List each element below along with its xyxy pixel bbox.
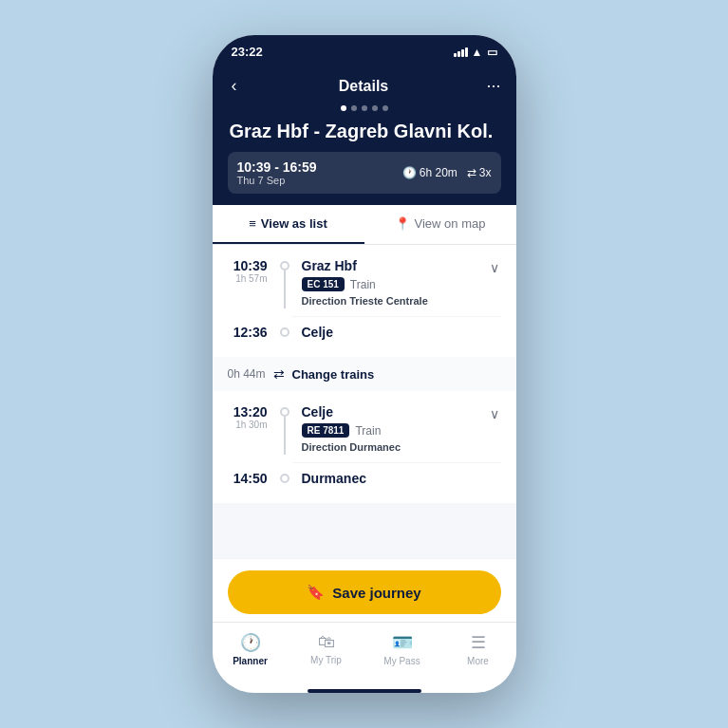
- departure-time-col-2: 13:20 1h 30m: [228, 404, 268, 430]
- arrival-station-info-2: Durmanec: [302, 471, 501, 490]
- divider-1: [292, 316, 501, 317]
- signal-icon: [454, 47, 468, 57]
- nav-planner[interactable]: 🕐 Planner: [213, 628, 289, 670]
- duration-stat: 🕐 6h 20m: [402, 166, 457, 179]
- planner-label: Planner: [233, 656, 268, 666]
- save-button-container: 🔖 Save journey: [213, 558, 516, 622]
- departure-time-2: 13:20: [228, 404, 268, 420]
- dot-5: [383, 105, 388, 111]
- arrival-station-info-1: Celje: [302, 325, 501, 344]
- train-row-top-1: Graz Hbf EC 151 Train Direction Trieste …: [302, 258, 501, 307]
- line-col-arrival-2: [277, 471, 292, 483]
- arrival-time-2: 14:50: [228, 471, 268, 486]
- segment-duration-2: 1h 30m: [228, 420, 268, 430]
- direction-label-2: Direction: [302, 441, 347, 453]
- nav-my-pass[interactable]: 🪪 My Pass: [364, 628, 440, 670]
- status-time: 23:22: [232, 45, 263, 59]
- departure-time-col: 10:39 1h 57m: [228, 258, 268, 284]
- segment-duration-1: 1h 57m: [228, 273, 268, 284]
- tab-map[interactable]: 📍 View on map: [364, 205, 516, 244]
- more-options-button[interactable]: ···: [486, 76, 500, 96]
- arrival-stop-1: 12:36 Celje: [228, 325, 501, 344]
- direction-value-1: Trieste Centrale: [349, 295, 428, 307]
- segment-1: 10:39 1h 57m Graz Hbf EC 151 Train: [213, 245, 516, 357]
- line-segment-2: [284, 417, 286, 455]
- content-area: ≡ View as list 📍 View on map 10:39 1h 57…: [213, 205, 516, 558]
- more-label: More: [467, 656, 489, 666]
- clock-icon: 🕐: [402, 166, 417, 179]
- direction-label-1: Direction: [302, 295, 347, 307]
- my-pass-icon: 🪪: [392, 632, 413, 653]
- home-indicator: [308, 689, 421, 693]
- header-title: Details: [339, 78, 388, 95]
- stop-details-2: Celje RE 7811 Train Direction Durmanec: [302, 404, 401, 453]
- planner-icon: 🕐: [240, 632, 261, 653]
- departure-stop-1: 10:39 1h 57m Graz Hbf EC 151 Train: [228, 258, 501, 308]
- tab-map-label: View on map: [415, 216, 486, 231]
- stop-details-1: Graz Hbf EC 151 Train Direction Trieste …: [302, 258, 428, 307]
- train-badge-1: EC 151: [302, 277, 345, 291]
- arrival-station-2: Durmanec: [302, 471, 501, 486]
- changes-icon: ⇄: [467, 166, 476, 179]
- line-col-1: [277, 258, 292, 308]
- route-time-range: 10:39 - 16:59: [237, 159, 317, 175]
- dot-1: [341, 105, 346, 111]
- train-type-1: Train: [350, 278, 376, 291]
- train-info-2: RE 7811 Train: [302, 423, 401, 438]
- route-title: Graz Hbf - Zagreb Glavni Kol.: [228, 121, 494, 142]
- arrival-time-col-1: 12:36: [228, 325, 268, 340]
- line-segment-1: [284, 271, 286, 308]
- status-icons: ▲ ▭: [454, 46, 497, 59]
- changes-stat: ⇄ 3x: [467, 166, 492, 179]
- save-icon: 🔖: [307, 584, 325, 601]
- departure-stop-2: 13:20 1h 30m Celje RE 7811 Train: [228, 404, 501, 455]
- arrival-stop-2: 14:50 Durmanec: [228, 471, 501, 490]
- route-stats: 🕐 6h 20m ⇄ 3x: [402, 166, 492, 179]
- bottom-nav: 🕐 Planner 🛍 My Trip 🪪 My Pass ☰ More: [213, 622, 516, 685]
- arrival-time-1: 12:36: [228, 325, 268, 340]
- direction-info-2: Direction Durmanec: [302, 441, 401, 453]
- stop-dot-arrival-2: [280, 474, 289, 483]
- tab-list[interactable]: ≡ View as list: [213, 205, 364, 244]
- stop-info-1: Graz Hbf EC 151 Train Direction Trieste …: [302, 258, 501, 307]
- save-journey-button[interactable]: 🔖 Save journey: [228, 570, 501, 614]
- line-col-arrival-1: [277, 325, 292, 337]
- dot-3: [362, 105, 367, 111]
- train-type-2: Train: [355, 424, 381, 438]
- direction-value-2: Durmanec: [349, 441, 401, 453]
- departure-station-2: Celje: [302, 404, 401, 420]
- route-time-date: 10:39 - 16:59 Thu 7 Sep: [237, 159, 317, 186]
- my-trip-icon: 🛍: [318, 632, 335, 652]
- my-trip-label: My Trip: [310, 655, 342, 665]
- more-icon: ☰: [471, 632, 486, 653]
- pagination-dots: [341, 105, 388, 111]
- stop-dot-2: [280, 407, 289, 417]
- nav-more[interactable]: ☰ More: [440, 628, 516, 670]
- header-nav: ‹ Details ···: [228, 72, 501, 100]
- expand-button-2[interactable]: ∨: [488, 404, 501, 423]
- save-label: Save journey: [332, 585, 420, 601]
- nav-my-trip[interactable]: 🛍 My Trip: [289, 628, 364, 670]
- header: ‹ Details ··· Graz Hbf - Zagreb Glavni K…: [213, 65, 516, 205]
- expand-button-1[interactable]: ∨: [488, 258, 501, 277]
- direction-info-1: Direction Trieste Centrale: [302, 295, 428, 307]
- divider-2: [292, 462, 501, 463]
- changes-value: 3x: [479, 166, 492, 179]
- battery-icon: ▭: [487, 46, 497, 59]
- departure-time-1: 10:39: [228, 258, 268, 273]
- change-trains-section: 0h 44m ⇄ Change trains: [213, 357, 516, 391]
- segment-2: 13:20 1h 30m Celje RE 7811 Train: [213, 391, 516, 503]
- change-wait-time: 0h 44m: [228, 367, 266, 381]
- arrival-time-col-2: 14:50: [228, 471, 268, 486]
- line-col-2: [277, 404, 292, 455]
- route-meta: 10:39 - 16:59 Thu 7 Sep 🕐 6h 20m ⇄ 3x: [228, 152, 501, 194]
- my-pass-label: My Pass: [383, 656, 420, 666]
- tab-bar: ≡ View as list 📍 View on map: [213, 205, 516, 245]
- wifi-icon: ▲: [472, 46, 483, 59]
- stop-info-2: Celje RE 7811 Train Direction Durmanec ∨: [302, 404, 501, 453]
- dot-4: [372, 105, 378, 111]
- change-icon: ⇄: [273, 366, 285, 382]
- train-info-1: EC 151 Train: [302, 277, 428, 291]
- route-date: Thu 7 Sep: [237, 175, 317, 186]
- back-button[interactable]: ‹: [228, 72, 241, 100]
